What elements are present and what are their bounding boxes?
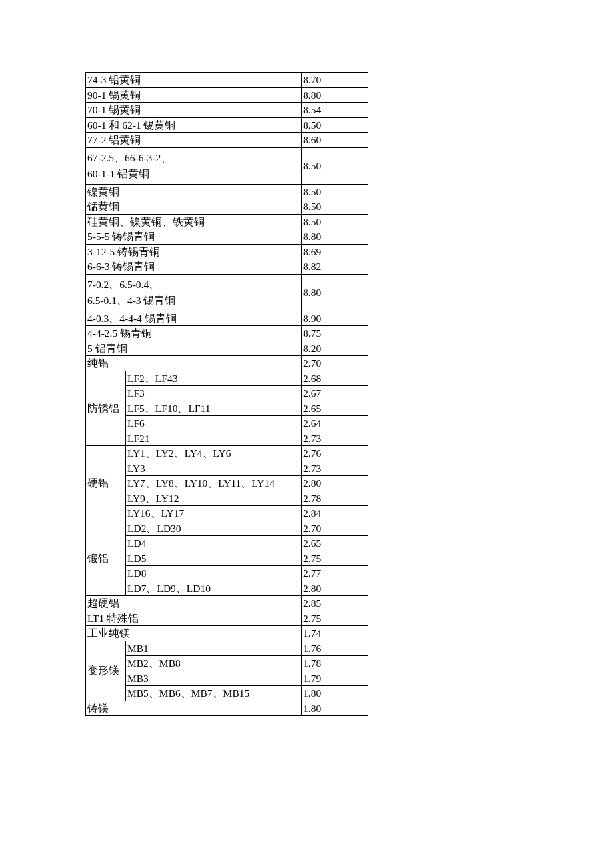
material-cell: LF5、LF10、LF11 (126, 401, 302, 416)
material-cell: LF2、LF43 (126, 371, 302, 386)
value-cell: 2.75 (302, 551, 368, 566)
table-row: 超硬铝2.85 (86, 596, 368, 611)
value-cell: 8.50 (302, 147, 368, 184)
table-row: 67-2.5、66-6-3-2、60-1-1 铝黄铜8.50 (86, 147, 368, 184)
material-cell: 工业纯镁 (86, 626, 302, 641)
table-row: 镍黄铜8.50 (86, 184, 368, 199)
value-cell: 2.78 (302, 491, 368, 506)
material-cell: 锰黄铜 (86, 199, 302, 215)
material-cell: 77-2 铝黄铜 (86, 133, 302, 148)
material-cell: 5-5-5 铸锡青铜 (86, 229, 302, 245)
value-cell: 2.64 (302, 416, 368, 431)
material-cell: LD8 (126, 566, 302, 581)
material-cell: MB2、MB8 (126, 656, 302, 671)
material-cell: 超硬铝 (86, 596, 302, 611)
table-row: LF5、LF10、LF112.65 (86, 401, 368, 416)
value-cell: 2.75 (302, 611, 368, 626)
value-cell: 8.80 (302, 229, 368, 245)
material-cell: 4-0.3、4-4-4 锡青铜 (86, 311, 302, 326)
value-cell: 8.80 (302, 87, 368, 103)
material-cell: LD4 (126, 536, 302, 551)
table-row: MB31.79 (86, 671, 368, 686)
table-row: 纯铝2.70 (86, 356, 368, 371)
material-cell: LD7、LD9、LD10 (126, 581, 302, 596)
material-cell: LD5 (126, 551, 302, 566)
density-table: 74-3 铅黄铜8.7090-1 锡黄铜8.8070-1 锡黄铜8.5460-1… (85, 72, 368, 716)
value-cell: 1.80 (302, 701, 368, 716)
table-row: LD7、LD9、LD102.80 (86, 581, 368, 596)
table-row: 70-1 锡黄铜8.54 (86, 103, 368, 118)
value-cell: 2.73 (302, 461, 368, 476)
group-cell: 变形镁 (86, 641, 126, 701)
table-row: 5 铝青铜8.20 (86, 341, 368, 356)
material-cell: MB3 (126, 671, 302, 686)
value-cell: 2.73 (302, 431, 368, 446)
table-row: LF32.67 (86, 386, 368, 401)
material-cell: LF3 (126, 386, 302, 401)
value-cell: 8.82 (302, 259, 368, 275)
material-cell: 5 铝青铜 (86, 341, 302, 356)
value-cell: 1.76 (302, 641, 368, 656)
document-page: 74-3 铅黄铜8.7090-1 锡黄铜8.8070-1 锡黄铜8.5460-1… (85, 72, 368, 716)
material-cell: 74-3 铅黄铜 (86, 73, 302, 88)
table-row: 硅黄铜、镍黄铜、铁黄铜8.50 (86, 214, 368, 229)
material-cell: LY1、LY2、LY4、LY6 (126, 446, 302, 461)
table-row: 变形镁MB11.76 (86, 641, 368, 656)
group-cell: 锻铝 (86, 521, 126, 596)
value-cell: 8.20 (302, 341, 368, 356)
value-cell: 8.54 (302, 103, 368, 118)
value-cell: 8.80 (302, 274, 368, 311)
material-cell: 铸镁 (86, 701, 302, 716)
table-row: 4-0.3、4-4-4 锡青铜8.90 (86, 311, 368, 326)
material-cell: LD2、LD30 (126, 521, 302, 536)
table-row: LY9、LY122.78 (86, 491, 368, 506)
material-cell: LF21 (126, 431, 302, 446)
material-cell: 镍黄铜 (86, 184, 302, 199)
material-cell: 纯铝 (86, 356, 302, 371)
material-cell: MB1 (126, 641, 302, 656)
group-cell: 防锈铝 (86, 371, 126, 446)
material-cell: LY9、LY12 (126, 491, 302, 506)
material-cell: 67-2.5、66-6-3-2、60-1-1 铝黄铜 (86, 147, 302, 184)
value-cell: 2.70 (302, 356, 368, 371)
table-row: LT1 特殊铝2.75 (86, 611, 368, 626)
value-cell: 1.74 (302, 626, 368, 641)
material-cell: 硅黄铜、镍黄铜、铁黄铜 (86, 214, 302, 229)
value-cell: 1.80 (302, 686, 368, 701)
table-row: LY32.73 (86, 461, 368, 476)
value-cell: 1.78 (302, 656, 368, 671)
table-row: LD42.65 (86, 536, 368, 551)
table-row: 锰黄铜8.50 (86, 199, 368, 215)
table-row: LD82.77 (86, 566, 368, 581)
table-row: 7-0.2、6.5-0.4、6.5-0.1、4-3 锡青铜8.80 (86, 274, 368, 311)
value-cell: 8.69 (302, 244, 368, 259)
table-row: 77-2 铝黄铜8.60 (86, 133, 368, 148)
table-row: 3-12-5 铸锡青铜8.69 (86, 244, 368, 259)
group-cell: 硬铝 (86, 446, 126, 521)
value-cell: 2.84 (302, 506, 368, 521)
material-cell: 90-1 锡黄铜 (86, 87, 302, 103)
value-cell: 2.68 (302, 371, 368, 386)
table-row: LF212.73 (86, 431, 368, 446)
material-cell: MB5、MB6、MB7、MB15 (126, 686, 302, 701)
table-row: 6-6-3 铸锡青铜8.82 (86, 259, 368, 275)
material-cell: LT1 特殊铝 (86, 611, 302, 626)
table-row: 5-5-5 铸锡青铜8.80 (86, 229, 368, 245)
table-row: LY16、LY172.84 (86, 506, 368, 521)
table-row: MB2、MB81.78 (86, 656, 368, 671)
value-cell: 1.79 (302, 671, 368, 686)
value-cell: 8.50 (302, 184, 368, 199)
material-cell: LY3 (126, 461, 302, 476)
material-cell: LY16、LY17 (126, 506, 302, 521)
value-cell: 8.60 (302, 133, 368, 148)
value-cell: 2.80 (302, 581, 368, 596)
material-cell: 60-1 和 62-1 锡黄铜 (86, 117, 302, 133)
value-cell: 8.50 (302, 199, 368, 215)
value-cell: 2.85 (302, 596, 368, 611)
table-row: 铸镁1.80 (86, 701, 368, 716)
material-cell: 7-0.2、6.5-0.4、6.5-0.1、4-3 锡青铜 (86, 274, 302, 311)
value-cell: 8.50 (302, 214, 368, 229)
table-row: 90-1 锡黄铜8.80 (86, 87, 368, 103)
material-cell: 70-1 锡黄铜 (86, 103, 302, 118)
material-cell: 4-4-2.5 锡青铜 (86, 326, 302, 341)
